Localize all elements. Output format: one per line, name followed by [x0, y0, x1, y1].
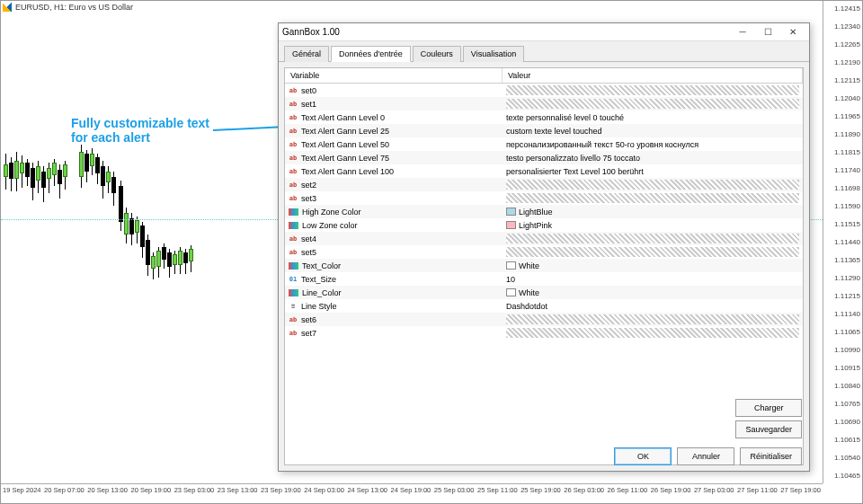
property-name: Text Alert Gann Level 75 [301, 154, 389, 163]
tab-couleurs[interactable]: Couleurs [413, 46, 461, 62]
property-row[interactable]: ≡Line StyleDashdotdot [285, 299, 803, 313]
property-name: High Zone Color [302, 208, 361, 217]
property-value[interactable]: персонализированный текст 50-го уровня к… [503, 140, 803, 149]
dialog-titlebar[interactable]: GannBox 1.00 ─ ☐ ✕ [279, 23, 809, 41]
time-tick: 24 Sep 13:00 [347, 486, 387, 503]
hatch-placeholder [506, 193, 799, 203]
property-row[interactable]: abText Alert Gann Level 75testo personal… [285, 151, 803, 164]
price-tick: 1.11140 [825, 310, 860, 318]
time-tick: 26 Sep 03:00 [564, 486, 604, 503]
property-row[interactable]: abset4 [285, 232, 803, 245]
property-value[interactable]: testo personalizzato livello 75 toccato [503, 154, 803, 163]
load-button[interactable]: Charger [735, 399, 802, 417]
time-tick: 20 Sep 19:00 [130, 486, 171, 503]
property-value-text: custom texte level touched [506, 127, 602, 136]
cancel-button[interactable]: Annuler [677, 447, 734, 465]
hatch-placeholder [506, 328, 799, 338]
dialog-tabs: GénéralDonnées d'entréeCouleursVisualisa… [279, 41, 809, 62]
property-row[interactable]: abset5 [285, 245, 803, 259]
property-value[interactable]: LightBlue [503, 208, 803, 217]
property-row[interactable]: abText Alert Gann Level 25custom texte l… [285, 124, 803, 137]
property-name: Low Zone color [302, 221, 358, 230]
ab-type-icon: ab [289, 315, 298, 323]
property-name: set5 [301, 248, 316, 257]
property-value[interactable] [503, 314, 803, 324]
price-tick: 1.10690 [825, 418, 860, 426]
int-type-icon: 01 [289, 275, 298, 283]
price-tick: 1.12040 [825, 94, 860, 102]
time-tick: 20 Sep 13:00 [87, 486, 128, 503]
property-row[interactable]: 01Text_Size10 [285, 272, 803, 286]
price-tick: 1.10990 [825, 346, 860, 354]
property-row[interactable]: abset7 [285, 326, 803, 340]
chart-symbol-text: EURUSD, H1: Euro vs US Dollar [15, 3, 133, 12]
tab-donn-es-d-entr-e[interactable]: Données d'entrée [331, 46, 411, 62]
time-tick: 25 Sep 03:00 [434, 486, 475, 503]
property-row[interactable]: abset1 [285, 97, 803, 111]
property-value[interactable] [503, 85, 803, 95]
tab-visualisation[interactable]: Visualisation [463, 46, 524, 62]
tab-g-n-ral[interactable]: Général [284, 46, 329, 62]
property-value[interactable]: White [503, 288, 803, 297]
callout-text-alert: Fully customizable text for each alert [71, 116, 209, 145]
property-value[interactable] [503, 247, 803, 257]
price-tick: 1.11065 [825, 328, 860, 336]
color-type-icon [289, 208, 298, 216]
property-row[interactable]: abset0 [285, 84, 803, 97]
price-tick: 1.10540 [825, 454, 860, 462]
property-value[interactable]: 10 [503, 275, 803, 284]
property-name: Line_Color [302, 288, 342, 297]
property-value[interactable] [503, 180, 803, 190]
property-row[interactable]: Line_ColorWhite [285, 286, 803, 299]
property-value[interactable] [503, 234, 803, 243]
price-tick: 1.12415 [825, 4, 860, 13]
property-name: Text Alert Gann Level 100 [301, 167, 394, 176]
time-tick: 27 Sep 03:00 [694, 486, 734, 503]
property-value[interactable] [503, 99, 803, 109]
time-tick: 25 Sep 19:00 [520, 486, 561, 503]
color-type-icon [289, 289, 298, 296]
hatch-placeholder [506, 247, 799, 257]
ab-type-icon: ab [289, 248, 298, 256]
reset-button[interactable]: Réinitialiser [740, 447, 802, 465]
property-row[interactable]: Low Zone colorLightPink [285, 218, 803, 232]
property-row[interactable]: abText Alert Gann Level 0texte personnal… [285, 111, 803, 124]
property-value[interactable]: Dashdotdot [503, 302, 803, 311]
mt-logo-icon [3, 3, 12, 12]
ab-type-icon: ab [289, 127, 298, 135]
price-tick: 1.11440 [825, 238, 860, 246]
time-tick: 26 Sep 19:00 [651, 486, 691, 503]
property-row[interactable]: High Zone ColorLightBlue [285, 205, 803, 218]
property-row[interactable]: abset3 [285, 191, 803, 205]
property-row[interactable]: abset6 [285, 313, 803, 326]
property-value-text: LightBlue [519, 208, 553, 217]
dialog-bottom-buttons: OK Annuler Réinitialiser [614, 447, 802, 465]
property-value[interactable] [503, 328, 803, 338]
property-name: Line Style [301, 302, 337, 311]
property-value[interactable]: custom texte level touched [503, 127, 803, 136]
minimize-button[interactable]: ─ [730, 24, 755, 40]
property-name: set0 [301, 86, 316, 95]
ab-type-icon: ab [289, 234, 298, 243]
maximize-button[interactable]: ☐ [755, 24, 780, 40]
column-header-variable[interactable]: Variable [285, 68, 503, 83]
property-row[interactable]: abText Alert Gann Level 50персонализиров… [285, 137, 803, 151]
column-header-value[interactable]: Valeur [503, 68, 803, 83]
price-tick: 1.11815 [825, 148, 860, 156]
property-value[interactable]: personalisierter Text Level 100 berührt [503, 167, 803, 176]
price-tick: 1.11965 [825, 112, 860, 120]
save-button[interactable]: Sauvegarder [735, 420, 802, 438]
property-row[interactable]: abset2 [285, 178, 803, 191]
property-value[interactable] [503, 193, 803, 203]
ab-type-icon: ab [289, 167, 298, 175]
close-button[interactable]: ✕ [780, 24, 805, 40]
property-row[interactable]: abText Alert Gann Level 100personalisier… [285, 164, 803, 178]
enum-type-icon: ≡ [289, 302, 298, 310]
ok-button[interactable]: OK [614, 447, 672, 465]
property-value-text: White [519, 288, 539, 297]
property-value[interactable]: White [503, 261, 803, 270]
property-value[interactable]: texte personnalisé level 0 touché [503, 113, 803, 122]
property-row[interactable]: Text_ColorWhite [285, 259, 803, 272]
property-value[interactable]: LightPink [503, 221, 803, 230]
ab-type-icon: ab [289, 329, 298, 337]
